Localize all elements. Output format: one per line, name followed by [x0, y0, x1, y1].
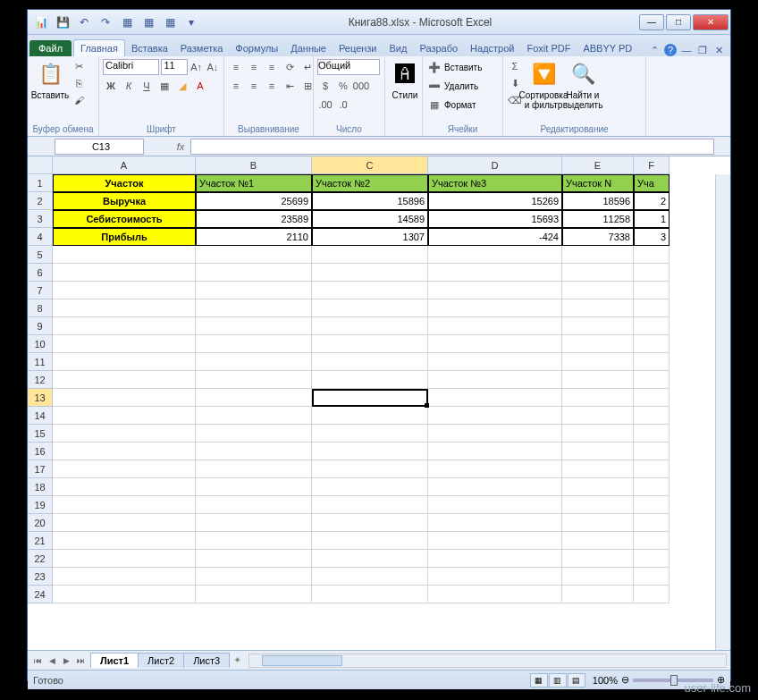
- align-center-icon[interactable]: ≡: [246, 78, 262, 94]
- cell-F19[interactable]: [634, 496, 670, 514]
- hscroll-thumb[interactable]: [262, 655, 342, 666]
- close-button[interactable]: ✕: [693, 14, 729, 30]
- cell-A9[interactable]: [53, 317, 196, 335]
- cell-D4[interactable]: -424: [428, 228, 562, 246]
- tab-developer[interactable]: Разрабо: [413, 40, 464, 56]
- cell-C12[interactable]: [312, 371, 428, 389]
- currency-icon[interactable]: $: [317, 78, 333, 94]
- cells-area[interactable]: УчастокУчасток №1Участок №2Участок №3Уча…: [53, 174, 670, 603]
- cell-B20[interactable]: [196, 514, 312, 532]
- cell-C21[interactable]: [312, 532, 428, 550]
- tab-formulas[interactable]: Формулы: [229, 40, 284, 56]
- cell-C14[interactable]: [312, 407, 428, 425]
- format-cells-label[interactable]: Формат: [444, 100, 476, 110]
- cell-F5[interactable]: [634, 246, 670, 264]
- maximize-button[interactable]: □: [666, 14, 691, 30]
- tab-foxit[interactable]: Foxit PDF: [521, 40, 577, 56]
- cell-F10[interactable]: [634, 335, 670, 353]
- cell-C20[interactable]: [312, 514, 428, 532]
- cell-A7[interactable]: [53, 282, 196, 299]
- cut-icon[interactable]: ✂: [71, 58, 87, 74]
- cell-D18[interactable]: [428, 478, 562, 496]
- column-header-c[interactable]: C: [312, 156, 428, 174]
- sheet-nav-prev-icon[interactable]: ◀: [46, 656, 58, 665]
- cell-F8[interactable]: [634, 299, 670, 317]
- cell-F7[interactable]: [634, 282, 670, 299]
- cell-D12[interactable]: [428, 371, 562, 389]
- cell-A20[interactable]: [53, 514, 196, 532]
- tab-addins[interactable]: Надстрой: [464, 40, 520, 56]
- qat-extra-3-icon[interactable]: ▦: [160, 13, 180, 32]
- select-all-corner[interactable]: [28, 156, 53, 174]
- cell-C13[interactable]: [312, 389, 428, 407]
- cell-E7[interactable]: [562, 282, 634, 299]
- cell-E1[interactable]: Участок N: [562, 174, 634, 192]
- cell-A5[interactable]: [53, 246, 196, 264]
- cell-F11[interactable]: [634, 353, 670, 371]
- orientation-icon[interactable]: ⟳: [282, 59, 298, 75]
- cell-E20[interactable]: [562, 514, 634, 532]
- cell-F6[interactable]: [634, 264, 670, 282]
- cell-A21[interactable]: [53, 532, 196, 550]
- tab-data[interactable]: Данные: [284, 40, 333, 56]
- cell-D16[interactable]: [428, 443, 562, 460]
- cell-C8[interactable]: [312, 299, 428, 317]
- cell-D20[interactable]: [428, 514, 562, 532]
- fill-icon[interactable]: ⬇: [507, 75, 523, 91]
- cell-E14[interactable]: [562, 407, 634, 425]
- cell-C7[interactable]: [312, 282, 428, 299]
- zoom-thumb[interactable]: [670, 675, 678, 686]
- row-header-9[interactable]: 9: [28, 317, 53, 335]
- font-name-select[interactable]: Calibri: [103, 59, 159, 75]
- cell-C9[interactable]: [312, 317, 428, 335]
- cell-E8[interactable]: [562, 299, 634, 317]
- cell-A1[interactable]: Участок: [53, 174, 196, 192]
- cell-A6[interactable]: [53, 264, 196, 282]
- cell-B1[interactable]: Участок №1: [196, 174, 312, 192]
- tab-insert[interactable]: Вставка: [125, 40, 174, 56]
- column-header-f[interactable]: F: [634, 156, 670, 174]
- row-header-2[interactable]: 2: [28, 192, 53, 210]
- sheet-nav-last-icon[interactable]: ⏭: [74, 656, 87, 665]
- view-layout-icon[interactable]: ▥: [549, 673, 567, 687]
- cell-B23[interactable]: [196, 568, 312, 586]
- underline-icon[interactable]: Ч: [139, 78, 155, 94]
- cell-B15[interactable]: [196, 425, 312, 443]
- cell-C6[interactable]: [312, 264, 428, 282]
- row-header-22[interactable]: 22: [28, 550, 53, 568]
- undo-icon[interactable]: ↶: [74, 13, 94, 32]
- cell-C5[interactable]: [312, 246, 428, 264]
- tab-view[interactable]: Вид: [383, 40, 414, 56]
- row-header-5[interactable]: 5: [28, 246, 53, 264]
- cell-E10[interactable]: [562, 335, 634, 353]
- sheet-nav-first-icon[interactable]: ⏮: [31, 656, 44, 665]
- row-header-1[interactable]: 1: [28, 174, 53, 192]
- cell-C16[interactable]: [312, 443, 428, 460]
- cell-D21[interactable]: [428, 532, 562, 550]
- cell-B17[interactable]: [196, 460, 312, 478]
- cell-D2[interactable]: 15269: [428, 192, 562, 210]
- cell-D13[interactable]: [428, 389, 562, 407]
- cell-D14[interactable]: [428, 407, 562, 425]
- cell-A19[interactable]: [53, 496, 196, 514]
- workbook-restore-icon[interactable]: ❐: [696, 44, 709, 56]
- view-pagebreak-icon[interactable]: ▤: [568, 673, 585, 687]
- cell-B16[interactable]: [196, 443, 312, 460]
- font-size-select[interactable]: 11: [161, 59, 187, 75]
- cell-D8[interactable]: [428, 299, 562, 317]
- sheet-tab-2[interactable]: Лист2: [138, 653, 184, 668]
- view-normal-icon[interactable]: ▦: [530, 673, 548, 687]
- cell-B13[interactable]: [196, 389, 312, 407]
- cell-A13[interactable]: [53, 389, 196, 407]
- row-header-10[interactable]: 10: [28, 335, 53, 353]
- number-format-select[interactable]: Общий: [317, 59, 380, 75]
- percent-icon[interactable]: %: [335, 78, 351, 94]
- cell-B9[interactable]: [196, 317, 312, 335]
- align-bottom-icon[interactable]: ≡: [264, 59, 280, 75]
- cell-D10[interactable]: [428, 335, 562, 353]
- cell-B12[interactable]: [196, 371, 312, 389]
- row-header-3[interactable]: 3: [28, 210, 53, 228]
- cell-B22[interactable]: [196, 550, 312, 568]
- autosum-icon[interactable]: Σ: [507, 58, 523, 74]
- align-middle-icon[interactable]: ≡: [246, 59, 262, 75]
